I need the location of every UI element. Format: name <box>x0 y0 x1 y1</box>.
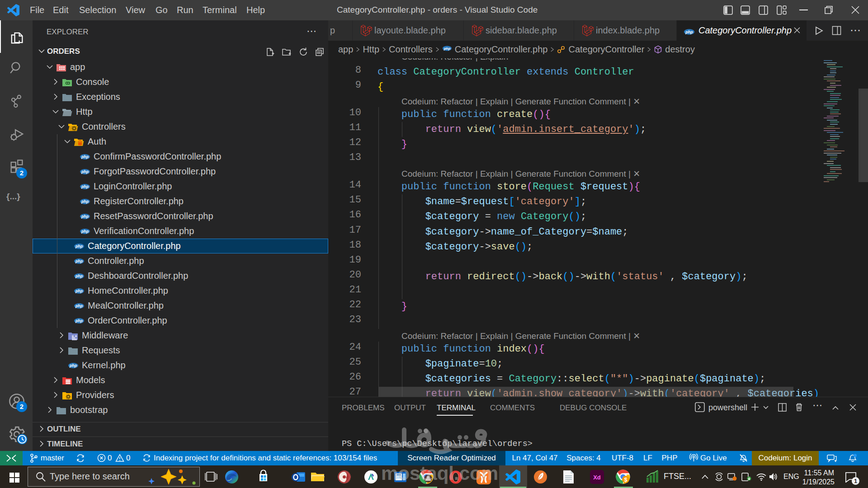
svg-text:php: php <box>75 274 83 278</box>
svg-text:php: php <box>81 184 89 189</box>
svg-text:php: php <box>75 304 83 308</box>
svg-text:Xd: Xd <box>593 474 601 481</box>
svg-text:php: php <box>75 244 83 249</box>
svg-text:php: php <box>75 289 83 293</box>
svg-text:$: $ <box>624 476 627 483</box>
svg-text:php: php <box>81 169 89 174</box>
svg-text:php: php <box>443 47 450 51</box>
svg-text:php: php <box>81 214 89 219</box>
svg-text:php: php <box>81 229 89 234</box>
svg-text:php: php <box>75 259 83 263</box>
svg-text:php: php <box>81 155 89 159</box>
svg-text:php: php <box>75 319 83 323</box>
svg-text:php: php <box>81 199 89 204</box>
svg-text:php: php <box>69 363 77 368</box>
svg-text:php: php <box>685 30 693 34</box>
